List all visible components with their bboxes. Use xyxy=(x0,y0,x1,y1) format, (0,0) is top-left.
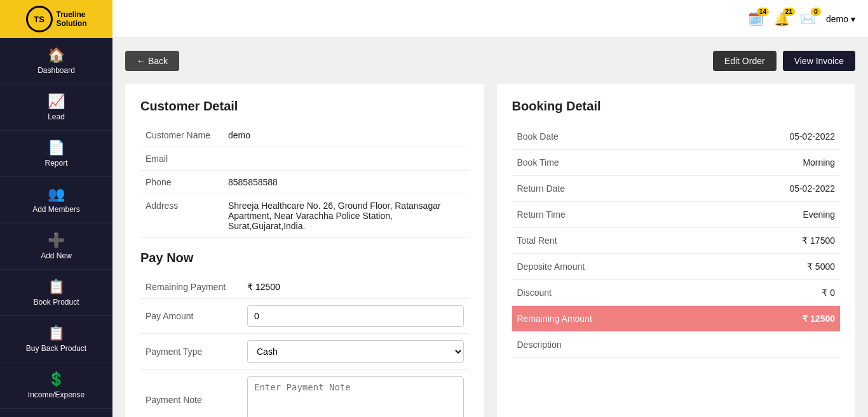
booking-field-label: Deposite Amount xyxy=(512,254,676,280)
view-invoice-button[interactable]: View Invoice xyxy=(783,51,855,71)
sidebar-item-add-members[interactable]: 👥 Add Members xyxy=(0,177,112,223)
logo-text: TruelineSolution xyxy=(57,10,87,29)
booking-field-value: ₹ 0 xyxy=(676,280,840,306)
payment-type-select[interactable]: Cash Online Cheque xyxy=(247,340,464,363)
customer-detail-row-2: Phone8585858588 xyxy=(140,171,469,194)
pay-amount-label: Pay Amount xyxy=(140,299,242,334)
payment-note-row: Payment Note xyxy=(140,370,469,418)
members-icon: 👥 xyxy=(48,186,65,202)
booking-field-label: Discount xyxy=(512,280,676,306)
sidebar-item-add-new[interactable]: ➕ Add New xyxy=(0,223,112,270)
pay-amount-row: Pay Amount xyxy=(140,299,469,334)
sidebar-logo: TS TruelineSolution xyxy=(0,0,112,38)
booking-detail-table: Book Date05-02-2022Book TimeMorningRetur… xyxy=(512,124,841,358)
buy-back-icon: 📋 xyxy=(48,325,65,341)
sidebar-item-book-product[interactable]: 📋 Book Product xyxy=(0,270,112,316)
mail-icon-btn[interactable]: ✉️ 0 xyxy=(800,11,816,27)
sidebar-item-lead-label: Lead xyxy=(48,112,65,121)
customer-field-label: Customer Name xyxy=(140,124,223,147)
edit-order-button[interactable]: Edit Order xyxy=(713,51,776,71)
booking-field-label: Total Rent xyxy=(512,228,676,254)
payment-note-textarea[interactable] xyxy=(247,376,464,417)
booking-field-value: 05-02-2022 xyxy=(676,124,840,150)
remaining-payment-label: Remaining Payment xyxy=(140,275,242,299)
pay-now-title: Pay Now xyxy=(140,251,469,265)
customer-field-value: Shreeja Healthcare No. 26, Ground Floor,… xyxy=(223,194,469,238)
logo-icon: TS xyxy=(26,6,53,32)
report-icon: 📄 xyxy=(48,140,65,156)
sidebar-item-buy-back-label: Buy Back Product xyxy=(26,344,86,353)
content-area: Back Edit Order View Invoice Customer De… xyxy=(112,38,868,417)
payment-note-cell xyxy=(242,370,469,418)
main-area: 🗓️ 14 🔔 21 ✉️ 0 demo ▾ Back Edit Order V… xyxy=(112,0,868,417)
add-new-icon: ➕ xyxy=(48,232,65,249)
remaining-payment-value: ₹ 12500 xyxy=(242,275,469,299)
calendar-badge: 14 xyxy=(757,8,769,16)
payment-type-label: Payment Type xyxy=(140,334,242,370)
booking-detail-row-6: Discount₹ 0 xyxy=(512,280,841,306)
payment-type-cell: Cash Online Cheque xyxy=(242,334,469,370)
customer-detail-card: Customer Detail Customer NamedemoEmailPh… xyxy=(125,84,484,417)
sidebar-item-add-members-label: Add Members xyxy=(32,205,80,214)
action-right-buttons: Edit Order View Invoice xyxy=(713,51,855,71)
sidebar-item-lead[interactable]: 📈 Lead xyxy=(0,84,112,131)
customer-detail-table: Customer NamedemoEmailPhone8585858588Add… xyxy=(140,124,469,238)
sidebar-item-income-expense[interactable]: 💲 Income/Expense xyxy=(0,362,112,409)
booking-detail-row-8: Description xyxy=(512,332,841,358)
back-button[interactable]: Back xyxy=(125,51,179,71)
booking-detail-row-2: Return Date05-02-2022 xyxy=(512,176,841,202)
booking-field-value: 05-02-2022 xyxy=(676,176,840,202)
chevron-down-icon: ▾ xyxy=(851,14,855,24)
action-bar: Back Edit Order View Invoice xyxy=(125,51,855,71)
cards-row: Customer Detail Customer NamedemoEmailPh… xyxy=(125,84,855,417)
sidebar-item-dashboard[interactable]: 🏠 Dashboard xyxy=(0,38,112,84)
pay-now-form-table: Remaining Payment ₹ 12500 Pay Amount Pa xyxy=(140,275,469,417)
booking-field-value: ₹ 5000 xyxy=(676,254,840,280)
booking-field-label: Return Time xyxy=(512,202,676,228)
customer-detail-title: Customer Detail xyxy=(140,99,469,114)
customer-detail-row-1: Email xyxy=(140,147,469,171)
booking-detail-card: Booking Detail Book Date05-02-2022Book T… xyxy=(497,84,856,417)
booking-field-label: Remaining Amount xyxy=(512,306,676,332)
booking-field-value: Evening xyxy=(676,202,840,228)
book-product-icon: 📋 xyxy=(48,279,65,295)
booking-field-value: ₹ 12500 xyxy=(676,306,840,332)
user-menu[interactable]: demo ▾ xyxy=(826,14,855,24)
booking-detail-row-3: Return TimeEvening xyxy=(512,202,841,228)
booking-detail-row-5: Deposite Amount₹ 5000 xyxy=(512,254,841,280)
sidebar: TS TruelineSolution 🏠 Dashboard 📈 Lead 📄… xyxy=(0,0,112,417)
booking-detail-row-7: Remaining Amount₹ 12500 xyxy=(512,306,841,332)
customer-field-label: Email xyxy=(140,147,223,171)
remaining-payment-row: Remaining Payment ₹ 12500 xyxy=(140,275,469,299)
customer-field-label: Phone xyxy=(140,171,223,194)
customer-field-value: demo xyxy=(223,124,469,147)
sidebar-item-add-new-label: Add New xyxy=(41,251,72,260)
sidebar-item-income-expense-label: Income/Expense xyxy=(28,390,85,399)
booking-field-value xyxy=(676,332,840,358)
booking-field-label: Return Date xyxy=(512,176,676,202)
lead-icon: 📈 xyxy=(48,93,65,110)
customer-field-label: Address xyxy=(140,194,223,238)
payment-note-label: Payment Note xyxy=(140,370,242,418)
pay-amount-input[interactable] xyxy=(247,305,464,327)
booking-field-value: ₹ 17500 xyxy=(676,228,840,254)
customer-detail-row-3: AddressShreeja Healthcare No. 26, Ground… xyxy=(140,194,469,238)
booking-field-label: Book Date xyxy=(512,124,676,150)
mail-badge: 0 xyxy=(811,8,821,16)
booking-detail-title: Booking Detail xyxy=(512,99,841,114)
booking-detail-row-4: Total Rent₹ 17500 xyxy=(512,228,841,254)
user-name: demo xyxy=(826,14,848,24)
sidebar-item-report[interactable]: 📄 Report xyxy=(0,131,112,177)
sidebar-item-dashboard-label: Dashboard xyxy=(37,66,75,75)
booking-field-value: Morning xyxy=(676,150,840,176)
bell-icon-btn[interactable]: 🔔 21 xyxy=(774,11,790,27)
booking-field-label: Description xyxy=(512,332,676,358)
pay-now-section: Pay Now Remaining Payment ₹ 12500 Pay Am… xyxy=(140,251,469,417)
sidebar-item-buy-back-product[interactable]: 📋 Buy Back Product xyxy=(0,316,112,362)
topbar: 🗓️ 14 🔔 21 ✉️ 0 demo ▾ xyxy=(112,0,868,38)
income-expense-icon: 💲 xyxy=(48,371,65,388)
calendar-icon-btn[interactable]: 🗓️ 14 xyxy=(748,11,764,27)
payment-type-row: Payment Type Cash Online Cheque xyxy=(140,334,469,370)
pay-amount-cell xyxy=(242,299,469,334)
booking-field-label: Book Time xyxy=(512,150,676,176)
